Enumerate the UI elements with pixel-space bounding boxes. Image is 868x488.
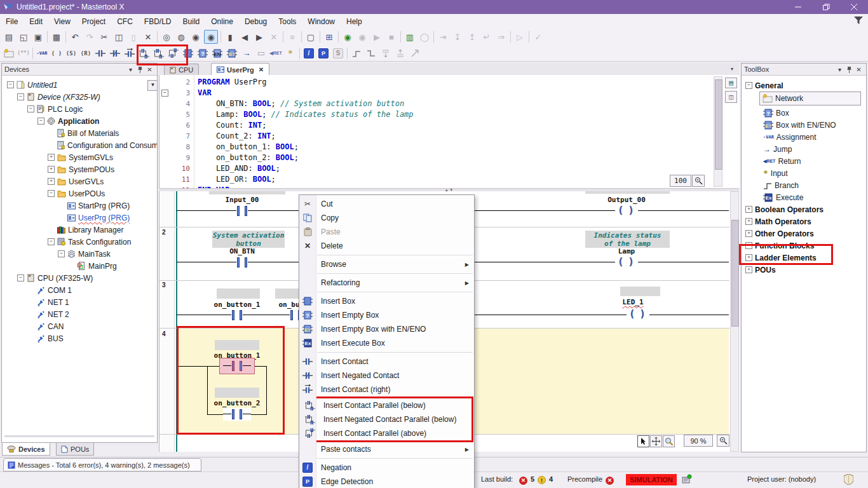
- delete-icon[interactable]: ✕: [142, 30, 154, 43]
- ladder-vscrollbar[interactable]: [730, 191, 739, 452]
- menu-item-tools[interactable]: Tools: [273, 15, 302, 28]
- pointer-tool-button[interactable]: [637, 435, 649, 447]
- tree-item-untitled1[interactable]: −Untitled1▼: [2, 79, 157, 91]
- code-editor[interactable]: ▤ ◫ 100 2PROGRAM UserPrg3−VAR4 ON_BTN: B…: [159, 75, 740, 188]
- tree-item-task-configuration[interactable]: −Task Configuration: [2, 236, 157, 248]
- toolbox-pin-icon[interactable]: [844, 65, 854, 74]
- toolbox-category-boolean-operators[interactable]: +Boolean Operators: [742, 203, 866, 215]
- ld-box-en-icon[interactable]: EN: [211, 47, 224, 60]
- collapse-icon[interactable]: −: [7, 81, 14, 88]
- rung2-contact-label[interactable]: ON_BTN: [204, 247, 280, 255]
- rung3-coil-label[interactable]: LED_1: [601, 298, 665, 306]
- rung3-contact1[interactable]: [223, 309, 251, 322]
- tree-item-can[interactable]: CAN: [2, 320, 157, 332]
- toolbox-item-box-with-en-eno[interactable]: E?Box with EN/ENO: [742, 119, 866, 131]
- messages-tab[interactable]: Messages - Total 6 error(s), 4 warning(s…: [3, 458, 201, 471]
- code-line[interactable]: 5 Lamp: BOOL; // Indicates status of the…: [159, 109, 706, 120]
- menu-item-copy[interactable]: Copy: [299, 211, 474, 225]
- toolbox-category-math-operators[interactable]: +Math Operators: [742, 215, 866, 227]
- ld-move-icon[interactable]: [409, 47, 421, 60]
- ld-branch-above-icon[interactable]: [365, 47, 377, 60]
- tree-item-library-manager[interactable]: Library Manager: [2, 224, 157, 236]
- expand-icon[interactable]: +: [745, 230, 752, 237]
- start-icon[interactable]: ▶: [370, 30, 383, 43]
- tree-item-startprg-prg-[interactable]: StartPrg (PRG): [2, 200, 157, 212]
- collapse-icon[interactable]: −: [37, 118, 44, 125]
- ld-coil-icon[interactable]: ( ): [50, 47, 63, 60]
- menu-item-cut[interactable]: ✂Cut: [299, 197, 474, 211]
- find-icon[interactable]: ◎: [160, 30, 173, 43]
- ld-assignment-icon[interactable]: -VAR: [36, 47, 48, 60]
- redo-icon[interactable]: ↷: [83, 30, 96, 43]
- rung3-coil-comment-box[interactable]: [620, 287, 660, 296]
- previous-bookmark-icon[interactable]: ◀: [238, 30, 251, 43]
- tab-userprg[interactable]: UserPrg ✕: [211, 63, 269, 76]
- tree-item-systempous[interactable]: +SystemPOUs: [2, 163, 157, 175]
- code-line[interactable]: 2PROGRAM UserPrg: [159, 77, 706, 88]
- pous-tab[interactable]: POUs: [56, 443, 94, 456]
- toolbox-item-assignment[interactable]: -VARAssignment: [742, 131, 866, 143]
- menu-item-insert-box[interactable]: Insert Box: [299, 294, 474, 308]
- pin-icon[interactable]: [135, 65, 145, 74]
- menu-item-build[interactable]: Build: [177, 15, 206, 28]
- tab-cpu[interactable]: CPU: [164, 64, 199, 76]
- ld-insert-network-above-icon[interactable]: [394, 47, 407, 60]
- menu-item-fbdld[interactable]: FBD/LD: [139, 15, 177, 28]
- menu-item-insert-negated-contact[interactable]: Insert Negated Contact: [299, 369, 474, 383]
- code-line[interactable]: 9 on_button_2: BOOL;: [159, 152, 706, 163]
- run-to-cursor-icon[interactable]: ⇒: [495, 30, 508, 43]
- menu-item-project[interactable]: Project: [76, 15, 111, 28]
- code-vscrollbar[interactable]: [714, 76, 722, 187]
- ld-network-icon[interactable]: [3, 47, 15, 60]
- rung4-comment-box1[interactable]: [215, 340, 259, 350]
- ladder-zoom-icon[interactable]: [717, 435, 729, 447]
- menu-item-online[interactable]: Online: [205, 15, 239, 28]
- next-bookmark-icon[interactable]: ▶: [253, 30, 266, 43]
- menu-item-paste-contacts[interactable]: Paste contacts▶: [299, 442, 474, 456]
- print-icon[interactable]: ▦: [50, 30, 63, 43]
- menu-item-insert-contact-parallel-above-[interactable]: Insert Contact Parallel (above): [302, 426, 471, 440]
- copy-icon[interactable]: ◫: [112, 30, 125, 43]
- ld-contact-right-icon[interactable]: [123, 47, 136, 60]
- menu-item-paste[interactable]: Paste: [299, 225, 474, 239]
- collapse-icon[interactable]: −: [58, 250, 65, 257]
- new-object-icon[interactable]: ▢: [304, 30, 317, 43]
- expand-icon[interactable]: +: [48, 154, 55, 161]
- replace-icon[interactable]: ◍: [175, 30, 187, 43]
- close-tab-icon[interactable]: ✕: [259, 66, 264, 73]
- minimize-button[interactable]: [784, 0, 812, 14]
- collapse-icon[interactable]: −: [48, 238, 55, 245]
- ld-input-icon[interactable]: *: [284, 47, 297, 60]
- logout-icon[interactable]: ◉: [356, 30, 369, 43]
- menu-item-refactoring[interactable]: Refactoring▶: [299, 276, 474, 290]
- pan-tool-button[interactable]: [650, 435, 662, 447]
- code-line[interactable]: 8 on_button_1: BOOL;: [159, 142, 706, 152]
- toolbox-item-input[interactable]: *Input: [742, 167, 866, 179]
- step-out-icon[interactable]: ↥: [466, 30, 478, 43]
- close-button[interactable]: [840, 0, 868, 14]
- menu-item-negation[interactable]: /Negation: [299, 461, 474, 475]
- ld-box-eno-icon[interactable]: E?: [226, 47, 238, 60]
- collapse-icon[interactable]: −: [17, 93, 24, 100]
- tree-item-maintask[interactable]: −MainTask: [2, 248, 157, 260]
- tree-item-com-1[interactable]: COM 1: [2, 284, 157, 296]
- expand-icon[interactable]: +: [745, 218, 752, 225]
- tree-dropdown-icon[interactable]: ▼: [147, 80, 157, 91]
- step-return-icon[interactable]: ↵: [480, 30, 493, 43]
- toolbox-item-return[interactable]: ◀RETReturn: [742, 155, 866, 167]
- menu-item-browse[interactable]: Browse▶: [299, 257, 474, 271]
- check-icon[interactable]: ✓: [532, 30, 545, 43]
- simulation-device-icon[interactable]: ▥: [403, 30, 416, 43]
- ld-reset-coil-icon[interactable]: (R): [79, 47, 92, 60]
- expand-icon[interactable]: +: [48, 166, 55, 173]
- zoom-tool-button[interactable]: [663, 435, 675, 447]
- ld-empty-box-icon[interactable]: ?: [196, 47, 209, 60]
- rung3-contact1-label[interactable]: on_button_1: [199, 301, 275, 309]
- toolbox-menu-icon[interactable]: ▾: [835, 65, 844, 74]
- rung3-contact2-label[interactable]: on_bu: [276, 301, 302, 309]
- open-project-icon[interactable]: ◱: [17, 30, 30, 43]
- code-line[interactable]: 3−VAR: [159, 88, 706, 98]
- tree-item-systemgvls[interactable]: +SystemGVLs: [2, 151, 157, 163]
- undo-icon[interactable]: ↶: [69, 30, 81, 43]
- save-project-icon[interactable]: ▣: [32, 30, 44, 43]
